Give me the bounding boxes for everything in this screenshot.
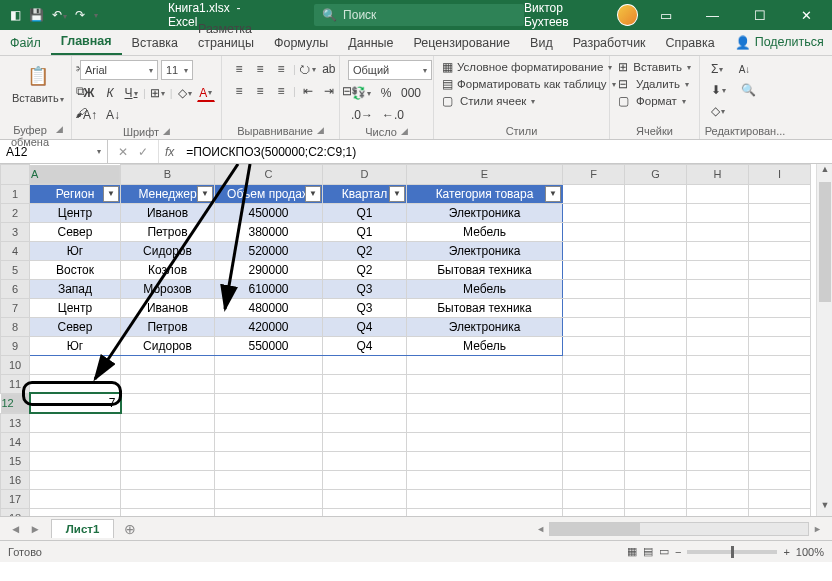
cell-G13[interactable] [625,413,687,432]
row-header-15[interactable]: 15 [1,451,30,470]
cell-F9[interactable] [563,336,625,355]
cell-B18[interactable] [121,508,215,516]
filter-icon[interactable]: ▼ [197,186,213,202]
cell-H16[interactable] [687,470,749,489]
cell-C1[interactable]: Объем продаж▼ [215,184,323,203]
cell-H12[interactable] [687,393,749,413]
cell-B4[interactable]: Сидоров [121,241,215,260]
increase-font-icon[interactable]: A↑ [80,106,100,124]
cell-C12[interactable] [215,393,323,413]
cell-G4[interactable] [625,241,687,260]
cell-C3[interactable]: 380000 [215,222,323,241]
fill-color-button[interactable]: ◇▾ [176,84,194,102]
row-header-9[interactable]: 9 [1,336,30,355]
cell-styles-button[interactable]: ▢Стили ячеек▾ [442,94,601,108]
cell-F15[interactable] [563,451,625,470]
cell-B9[interactable]: Сидоров [121,336,215,355]
cell-A13[interactable] [30,413,121,432]
col-header-A[interactable]: A [30,165,120,184]
cell-B7[interactable]: Иванов [121,298,215,317]
col-header-C[interactable]: C [215,165,323,185]
cell-H5[interactable] [687,260,749,279]
cell-I16[interactable] [749,470,811,489]
cell-I18[interactable] [749,508,811,516]
zoom-level[interactable]: 100% [796,546,824,558]
cell-D18[interactable] [323,508,407,516]
cell-G2[interactable] [625,203,687,222]
cell-I1[interactable] [749,184,811,203]
cell-B15[interactable] [121,451,215,470]
col-header-E[interactable]: E [407,165,563,185]
align-top-icon[interactable]: ≡ [230,60,248,78]
font-selector[interactable]: Arial▾ [80,60,158,80]
cell-E18[interactable] [407,508,563,516]
cell-F13[interactable] [563,413,625,432]
cell-G10[interactable] [625,355,687,374]
cell-B13[interactable] [121,413,215,432]
cell-C10[interactable] [215,355,323,374]
row-header-10[interactable]: 10 [1,355,30,374]
row-header-18[interactable]: 18 [1,508,30,516]
cell-G8[interactable] [625,317,687,336]
row-header-11[interactable]: 11 [1,374,30,393]
row-header-1[interactable]: 1 [1,184,30,203]
cell-F16[interactable] [563,470,625,489]
row-header-3[interactable]: 3 [1,222,30,241]
cell-B16[interactable] [121,470,215,489]
cell-B17[interactable] [121,489,215,508]
cell-A11[interactable] [30,374,121,393]
font-size-selector[interactable]: 11▾ [161,60,193,80]
cell-I15[interactable] [749,451,811,470]
cell-C11[interactable] [215,374,323,393]
cell-A15[interactable] [30,451,121,470]
cell-H9[interactable] [687,336,749,355]
cell-B1[interactable]: Менеджер▼ [121,184,215,203]
vertical-scrollbar[interactable]: ▲ ▼ [816,164,832,516]
sheet-prev-icon[interactable]: ◄ [10,523,21,535]
cell-A12[interactable]: 7 [30,393,121,413]
row-header-12[interactable]: 12 [1,394,29,413]
cell-D5[interactable]: Q2 [323,260,407,279]
cell-F17[interactable] [563,489,625,508]
cell-C17[interactable] [215,489,323,508]
cell-I6[interactable] [749,279,811,298]
cell-G16[interactable] [625,470,687,489]
cell-I17[interactable] [749,489,811,508]
cell-A9[interactable]: Юг [30,336,121,355]
cell-C18[interactable] [215,508,323,516]
cell-B6[interactable]: Морозов [121,279,215,298]
cell-E8[interactable]: Электроника [407,317,563,336]
cancel-formula-icon[interactable]: ✕ [118,145,128,159]
cell-E14[interactable] [407,432,563,451]
border-button[interactable]: ⊞▾ [149,84,167,102]
cell-D7[interactable]: Q3 [323,298,407,317]
cell-A4[interactable]: Юг [30,241,121,260]
cell-A5[interactable]: Восток [30,260,121,279]
cell-E5[interactable]: Бытовая техника [407,260,563,279]
cell-G14[interactable] [625,432,687,451]
clear-icon[interactable]: ◇▾ [708,102,728,120]
cell-E1[interactable]: Категория товара▼ [407,184,563,203]
cell-C9[interactable]: 550000 [215,336,323,355]
cell-I11[interactable] [749,374,811,393]
cell-D12[interactable] [323,393,407,413]
tab-help[interactable]: Справка [656,31,725,55]
cell-I12[interactable] [749,393,811,413]
name-box[interactable]: A12▾ [0,140,108,163]
cell-H17[interactable] [687,489,749,508]
row-header-13[interactable]: 13 [1,413,30,432]
cell-C5[interactable]: 290000 [215,260,323,279]
sort-filter-icon[interactable]: A↓ [735,60,753,78]
row-header-14[interactable]: 14 [1,432,30,451]
zoom-in-icon[interactable]: + [783,546,789,558]
cell-B8[interactable]: Петров [121,317,215,336]
format-as-table-button[interactable]: ▤Форматировать как таблицу▾ [442,77,601,91]
cell-D15[interactable] [323,451,407,470]
cell-I9[interactable] [749,336,811,355]
col-header-D[interactable]: D [323,165,407,185]
filter-icon[interactable]: ▼ [389,186,405,202]
tab-insert[interactable]: Вставка [122,31,188,55]
cell-H18[interactable] [687,508,749,516]
cell-I8[interactable] [749,317,811,336]
cell-G15[interactable] [625,451,687,470]
